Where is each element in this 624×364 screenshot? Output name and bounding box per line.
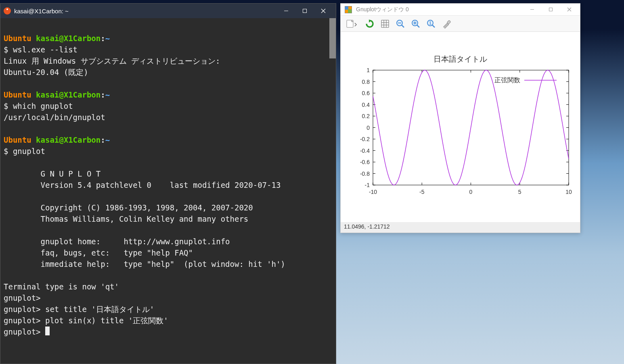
window-controls — [277, 4, 333, 18]
svg-line-18 — [402, 25, 404, 27]
gnuplot-titlebar[interactable]: Gnuplotウィンドウ 0 — [341, 4, 580, 16]
maximize-button[interactable] — [541, 4, 560, 16]
zoom-in-icon[interactable] — [410, 18, 421, 29]
plot-svg: -1-0.8-0.6-0.4-0.200.20.40.60.81-10-5051… — [341, 32, 581, 223]
terminal-line — [4, 157, 333, 168]
svg-text:0: 0 — [366, 125, 370, 131]
status-bar: 11.0496, -1.21712 — [341, 222, 580, 233]
terminal-line: Thomas Williams, Colin Kelley and many o… — [4, 213, 333, 225]
terminal-line — [4, 225, 333, 236]
svg-text:-0.4: -0.4 — [360, 148, 370, 154]
terminal-line: gnuplot> set title '日本語タイトル' — [4, 304, 333, 315]
terminal-line — [4, 191, 333, 202]
scrollbar[interactable] — [329, 18, 336, 58]
settings-icon[interactable] — [441, 18, 452, 29]
svg-text:-10: -10 — [369, 189, 377, 195]
svg-text:正弦関数: 正弦関数 — [494, 77, 520, 83]
terminal-prompt: Ubuntu kasai@X1Carbon:~ — [4, 89, 333, 100]
maximize-button[interactable] — [295, 4, 314, 18]
terminal-prompt: Ubuntu kasai@X1Carbon:~ — [4, 134, 333, 146]
terminal-window: kasai@X1Carbon: ~ Ubuntu kasai@X1Carbon:… — [0, 3, 336, 364]
reload-icon[interactable] — [364, 18, 375, 29]
terminal-line: Terminal type is now 'qt' — [4, 281, 333, 292]
terminal-line: $ wsl.exe --list — [4, 44, 333, 55]
svg-line-21 — [417, 25, 419, 27]
svg-text:0: 0 — [469, 189, 473, 195]
zoom-out-icon[interactable] — [395, 18, 406, 29]
terminal-line: gnuplot> plot sin(x) title '正弦関数' — [4, 315, 333, 326]
terminal-line: gnuplot> — [4, 326, 333, 337]
svg-text:-5: -5 — [419, 189, 425, 195]
terminal-line: $ which gnuplot — [4, 100, 333, 112]
close-button[interactable] — [314, 4, 333, 18]
terminal-line — [4, 78, 333, 89]
close-button[interactable] — [560, 4, 578, 16]
terminal-titlebar[interactable]: kasai@X1Carbon: ~ — [0, 4, 336, 18]
terminal-line: G N U P L O T — [4, 168, 333, 179]
svg-text:5: 5 — [518, 189, 521, 195]
svg-text:0.8: 0.8 — [362, 79, 370, 85]
svg-rect-1 — [303, 9, 307, 13]
terminal-line: gnuplot> — [4, 292, 333, 304]
gnuplot-title: Gnuplotウィンドウ 0 — [356, 6, 523, 13]
terminal-line: /usr/local/bin/gnuplot — [4, 112, 333, 123]
svg-text:10: 10 — [565, 189, 572, 195]
gnuplot-toolbar: 1 — [341, 16, 580, 32]
terminal-body[interactable]: Ubuntu kasai@X1Carbon:~ $ wsl.exe --list… — [0, 18, 336, 364]
terminal-line: $ gnuplot — [4, 146, 333, 157]
svg-text:1: 1 — [366, 67, 370, 73]
terminal-line: Copyright (C) 1986-1993, 1998, 2004, 200… — [4, 202, 333, 213]
svg-text:-0.6: -0.6 — [360, 159, 370, 165]
svg-line-25 — [432, 25, 435, 27]
svg-rect-5 — [549, 8, 552, 11]
gnuplot-window: Gnuplotウィンドウ 0 1 日本語タイトル — [340, 3, 580, 233]
svg-text:-0.8: -0.8 — [360, 171, 370, 177]
terminal-line — [4, 270, 333, 281]
terminal-line: immediate help: type "help" (plot window… — [4, 258, 333, 270]
terminal-line: gnuplot home: http://www.gnuplot.info — [4, 236, 333, 247]
zoom-reset-icon[interactable]: 1 — [425, 18, 437, 29]
terminal-line: Ubuntu-20.04 (既定) — [4, 67, 333, 78]
cursor — [45, 327, 50, 335]
terminal-line: faq, bugs, etc: type "help FAQ" — [4, 247, 333, 258]
grid-icon[interactable] — [379, 18, 391, 29]
svg-text:1: 1 — [429, 21, 431, 25]
gnuplot-app-icon — [345, 6, 352, 13]
window-controls — [523, 4, 578, 16]
ubuntu-icon — [4, 7, 11, 15]
minimize-button[interactable] — [523, 4, 541, 16]
terminal-title: kasai@X1Carbon: ~ — [14, 8, 277, 15]
terminal-line: Linux 用 Windows サブシステム ディストリビューション: — [4, 55, 333, 67]
terminal-prompt: Ubuntu kasai@X1Carbon:~ — [4, 33, 333, 44]
minimize-button[interactable] — [277, 4, 295, 18]
svg-text:-1: -1 — [365, 182, 370, 188]
svg-text:0.4: 0.4 — [362, 102, 370, 108]
svg-text:0.2: 0.2 — [362, 113, 370, 119]
plot-canvas[interactable]: 日本語タイトル -1-0.8-0.6-0.4-0.200.20.40.60.81… — [341, 32, 580, 222]
terminal-line — [4, 21, 333, 33]
svg-text:-0.2: -0.2 — [360, 136, 370, 142]
export-icon[interactable] — [344, 18, 360, 29]
terminal-line: Version 5.4 patchlevel 0 last modified 2… — [4, 179, 333, 191]
terminal-line — [4, 123, 333, 134]
svg-text:0.6: 0.6 — [362, 90, 370, 96]
